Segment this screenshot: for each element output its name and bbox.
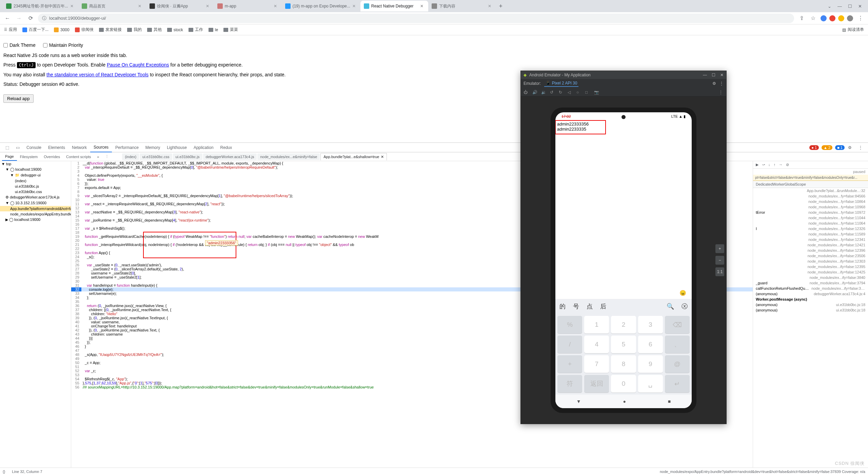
stack-frame[interactable]: node_modules/ex...ify=false:23506 (753, 253, 868, 259)
sources-subtab[interactable]: Filesystem (17, 153, 41, 160)
ime-key[interactable]: 符 (557, 375, 582, 393)
ime-key[interactable]: 1 (584, 316, 609, 334)
stack-frame[interactable]: node_modules/ex...fy=false:84566 (753, 193, 868, 199)
close-icon[interactable]: ✕ (720, 73, 724, 77)
nav-home-icon[interactable]: ● (623, 399, 626, 404)
ime-key[interactable]: 8 (611, 355, 636, 373)
devtools-tab[interactable]: Performance (112, 143, 142, 152)
stack-frame[interactable]: (anonymous)debuggerWorker.aca173c4.js:4 (753, 291, 868, 297)
ime-key[interactable]: % (557, 316, 582, 334)
gear-icon[interactable]: ⚙ (845, 143, 855, 152)
ext-icon[interactable] (838, 15, 844, 21)
options-icon[interactable]: ⋮ (102, 153, 112, 160)
browser-tab[interactable]: React Native Debugger✕ (360, 1, 428, 12)
gear-icon[interactable]: ⚙ (712, 81, 716, 86)
ime-key[interactable]: ↵ (665, 375, 690, 393)
stack-frame[interactable]: node_modules/ex...ify=false:12396 (753, 248, 868, 253)
screenshot-icon[interactable]: 📷 (594, 90, 599, 95)
devtools-tab[interactable]: Network (68, 143, 90, 152)
ime-key[interactable]: + (557, 355, 582, 373)
emoji-icon[interactable]: 😠 (679, 290, 686, 296)
volume-up-icon[interactable]: 🔊 (532, 90, 537, 95)
reload-app-button[interactable]: Reload app (3, 94, 34, 103)
nav-file[interactable]: ui.e31bb0bc.css (0, 189, 71, 194)
reading-list[interactable]: ▤ 阅读清单 (842, 27, 864, 33)
stack-frame[interactable]: node_modules/ex...fy=false:10864 (753, 199, 868, 204)
ime-key[interactable]: 、 (665, 336, 690, 353)
ime-key[interactable]: 2 (611, 316, 636, 334)
apps-button[interactable]: ⠿ 应用 (4, 27, 17, 33)
devtools-tab[interactable]: Redux (217, 143, 236, 152)
bookmark-folder[interactable]: stock (167, 27, 183, 32)
forward-button[interactable]: → (15, 14, 23, 22)
close-icon[interactable]: ✕ (70, 4, 75, 8)
browser-tab[interactable]: 商品首页✕ (78, 1, 146, 12)
ime-key[interactable]: @ (665, 355, 690, 373)
inspect-icon[interactable]: ⬚ (2, 143, 13, 152)
file-tab[interactable]: debuggerWorker.aca173c4.js (203, 153, 257, 160)
devtools-tab[interactable]: Memory (142, 143, 163, 152)
nav-back-icon[interactable]: ▼ (576, 399, 581, 404)
format-icon[interactable]: {} (3, 470, 5, 474)
candidate[interactable]: 点 (587, 302, 593, 310)
stack-frame[interactable]: callFunctionReturnFlushedQueuenode_modul… (753, 286, 868, 291)
search-icon[interactable]: 🔍 (667, 303, 674, 310)
sources-subtab[interactable]: Overrides (41, 153, 63, 160)
menu-icon[interactable]: ⋮ (719, 81, 724, 86)
stack-frame[interactable]: node_modules/ex...ify=false:12395 (753, 264, 868, 269)
candidate[interactable]: 后 (600, 302, 606, 310)
devtools-tab[interactable]: Elements (45, 143, 68, 152)
avatar-icon[interactable] (847, 15, 853, 21)
resume-icon[interactable]: ▶ (756, 163, 758, 167)
share-icon[interactable]: ⇪ (797, 14, 806, 22)
bookmark-item[interactable]: 3000 (54, 27, 70, 32)
stack-frame[interactable]: (anonymous)ui.e31bb0bc.js:18 (753, 302, 868, 307)
candidate[interactable]: 的 (559, 302, 566, 310)
file-tab[interactable]: App.bundle?plat...e&shallow=true ✕ (320, 153, 387, 160)
stack-frame[interactable]: node_modules/ex...ify=false:12303 (753, 259, 868, 264)
stack-frame[interactable]: node_modules/ex...ify=false:3840 (753, 275, 868, 280)
standalone-devtools-link[interactable]: the standalone version of React Develope… (46, 72, 149, 77)
browser-tab[interactable]: m-app✕ (214, 1, 282, 12)
nav-folder[interactable]: ⚙ debuggerWorker.acer173c4.js (0, 194, 71, 200)
device-icon[interactable]: ▭ (13, 143, 23, 152)
nav-folder[interactable]: ▼ 📁 debugger-ui (0, 172, 71, 178)
overview-icon[interactable]: □ (585, 90, 590, 95)
zoom-out-button[interactable]: − (715, 256, 724, 265)
nav-file[interactable]: ui.e31bb0bc.js (0, 184, 71, 189)
ime-key[interactable]: 7 (584, 355, 609, 373)
close-icon[interactable]: ✕ (352, 4, 357, 8)
file-tab[interactable]: node_modules/ex...e&minify=false (257, 153, 320, 160)
ime-key[interactable]: / (557, 336, 582, 353)
bookmark-folder[interactable]: 工作 (189, 27, 203, 33)
url-input[interactable]: ⓘ localhost:19000/debugger-ui/ (38, 14, 794, 23)
file-navigator[interactable]: ▼ top▼ ◯ localhost:19000▼ 📁 debugger-ui(… (0, 161, 71, 468)
menu-icon[interactable]: ⋮ (856, 14, 865, 22)
star-icon[interactable]: ☆ (809, 14, 817, 22)
stack-frame[interactable]: (anonymous)ui.e31bb0bc.js:18 (753, 307, 868, 313)
stack-frame[interactable]: node_modules/ex...fy=false:11589 (753, 231, 868, 237)
sources-subtab[interactable]: Page (2, 153, 17, 161)
browser-tab[interactable]: 2345网址导航-开创中国百年...✕ (3, 1, 78, 12)
browser-tab[interactable]: 徐闻侠 · 豆瓣App✕ (146, 1, 214, 12)
devtools-tab[interactable]: Application (190, 143, 217, 152)
stack-frame[interactable]: node_modules/ex...ify=false:12421 (753, 242, 868, 248)
maximize-icon[interactable]: ☐ (712, 73, 715, 77)
volume-down-icon[interactable]: 🔉 (541, 90, 546, 95)
stack-frame[interactable]: node_modules/ex...fy=false:11044 (753, 215, 868, 221)
app-text-input[interactable]: admin2233335 (556, 127, 605, 132)
step-over-icon[interactable]: ⤻ (762, 163, 765, 167)
ext-icon[interactable] (829, 15, 835, 21)
reload-button[interactable]: ⟳ (26, 14, 35, 22)
nav-folder[interactable]: node_modules/expo/AppEntry.bundle?platfo… (0, 211, 71, 217)
stack-frame[interactable]: node_modules/ex...fy=false:12341 (753, 237, 868, 242)
bookmark-folder[interactable]: 我的 (127, 27, 142, 33)
error-badge[interactable]: ● 1 (809, 145, 819, 150)
stack-frame[interactable]: Inode_modules/ex...fy=false:12326 (753, 226, 868, 231)
nav-overview-icon[interactable]: ■ (668, 399, 671, 404)
pause-exceptions-link[interactable]: Pause On Caught Exceptions (107, 62, 169, 68)
bookmark-folder[interactable]: le (209, 27, 218, 32)
stack-frame[interactable]: node_modules/ex...fy=false:11064 (753, 221, 868, 226)
deactivate-bp-icon[interactable]: ⊘ (786, 163, 789, 167)
devtools-tab[interactable]: Lighthouse (163, 143, 190, 152)
